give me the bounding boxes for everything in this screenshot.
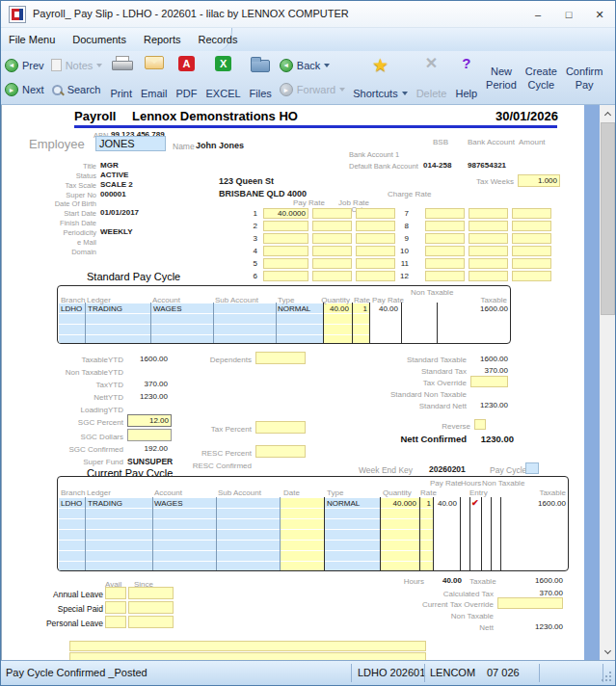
search-button[interactable]: Search (51, 84, 103, 96)
star-icon (372, 56, 388, 74)
grid-line (150, 303, 151, 344)
rate-grid-field[interactable] (512, 221, 551, 231)
rate-grid-field[interactable] (469, 221, 508, 231)
rate-row-number: 7 (384, 209, 409, 218)
rate-grid-field[interactable] (263, 246, 308, 256)
menu-file-menu[interactable]: File Menu (9, 34, 55, 45)
forward-button[interactable]: ►Forward (280, 83, 345, 96)
help-button[interactable]: Help (454, 53, 478, 102)
cur-row-quantity[interactable]: 40.000 (376, 499, 416, 508)
rate-grid-field[interactable] (312, 271, 352, 281)
pay-cycle-field[interactable] (525, 462, 539, 474)
resc-percent-field[interactable] (255, 445, 306, 458)
personal-leave-since-field[interactable] (128, 616, 174, 628)
rate-grid-field[interactable] (512, 208, 551, 219)
std-row-quantity[interactable]: 40.00 (310, 304, 349, 313)
note-field[interactable] (69, 641, 426, 651)
rate-grid-field[interactable] (312, 221, 352, 231)
std-row-branch[interactable]: LDHO (61, 304, 82, 313)
current-tax-override-field[interactable] (497, 597, 563, 609)
employee-code-input[interactable]: JONES (95, 136, 166, 151)
minimize-button[interactable]: – (522, 1, 553, 28)
rate-grid-field[interactable] (425, 258, 465, 269)
rate-grid-field[interactable] (312, 208, 352, 219)
cur-row-branch[interactable]: LDHO (61, 499, 82, 508)
special-paid-avail-field[interactable] (105, 601, 126, 614)
rate-grid-field[interactable] (469, 208, 508, 219)
rate-grid-field[interactable] (263, 271, 308, 281)
notes-button[interactable]: Notes (51, 59, 103, 71)
annual-leave-since-field[interactable] (128, 587, 174, 599)
delete-button[interactable]: Delete (415, 53, 448, 102)
maximize-button[interactable]: □ (553, 1, 584, 28)
print-button[interactable]: Print (109, 53, 133, 102)
std-row-rate[interactable]: 1 (354, 304, 367, 313)
pdf-button[interactable]: PDF (175, 53, 199, 102)
prev-button[interactable]: ◄Prev (5, 59, 44, 72)
rate-grid-field[interactable]: 40.0000 (263, 208, 308, 219)
scroll-thumb[interactable] (601, 122, 615, 315)
confirm-pay-button[interactable]: ConfirmPay (565, 53, 604, 102)
rate-grid-field[interactable] (312, 246, 352, 256)
std-row-account[interactable]: WAGES (153, 304, 181, 313)
create-cycle-button[interactable]: CreateCycle (524, 53, 558, 102)
menu-records[interactable]: Records (198, 34, 237, 45)
rate-grid-field[interactable] (512, 246, 551, 256)
rate-grid-field[interactable] (263, 258, 308, 269)
next-button[interactable]: ►Next (5, 83, 44, 96)
personal-leave-avail-field[interactable] (105, 616, 126, 628)
reverse-checkbox[interactable] (474, 419, 486, 430)
rate-grid-field[interactable] (469, 271, 508, 281)
rate-grid-field[interactable] (425, 233, 465, 244)
annual-leave-avail-field[interactable] (105, 587, 126, 599)
excel-button[interactable]: EXCEL (205, 53, 242, 102)
rate-grid-field[interactable] (312, 258, 352, 269)
rate-grid-field[interactable] (425, 208, 465, 219)
cur-row-type[interactable]: NORMAL (327, 499, 360, 508)
dependents-field[interactable] (255, 352, 306, 364)
email-button[interactable]: Email (140, 53, 169, 102)
grid-line (280, 497, 281, 571)
standard-taxable-value: 1600.00 (462, 355, 508, 363)
files-button[interactable]: Files (249, 53, 273, 102)
pay-cycle-label: Pay Cycle (490, 465, 526, 475)
grid-line (352, 303, 353, 344)
cur-row-ledger[interactable]: TRADING (88, 499, 122, 508)
scroll-up-button[interactable] (600, 105, 615, 121)
menu-documents[interactable]: Documents (72, 34, 126, 45)
default-bank-account-label: Default Bank Account (349, 162, 418, 171)
cur-row-account[interactable]: WAGES (154, 499, 182, 508)
rate-grid-field[interactable] (512, 233, 551, 244)
rate-grid-field[interactable] (512, 271, 551, 281)
rate-grid-field[interactable] (512, 258, 551, 269)
sgc-dollars-field[interactable] (127, 429, 172, 441)
rate-grid-field[interactable] (312, 233, 352, 244)
entry-check-icon[interactable]: ✔ (471, 498, 479, 508)
rate-grid-field[interactable] (425, 246, 465, 256)
rate-grid-field[interactable] (263, 233, 308, 244)
sgc-percent-field[interactable]: 12.00 (127, 414, 172, 427)
rate-grid-field[interactable] (469, 233, 508, 244)
resize-grip[interactable] (609, 679, 611, 681)
special-paid-since-field[interactable] (128, 601, 174, 614)
rate-grid-field[interactable] (425, 271, 465, 281)
vertical-scrollbar[interactable] (600, 105, 615, 660)
note-field[interactable] (69, 652, 426, 660)
back-button[interactable]: ◄Back (280, 59, 345, 72)
rate-grid-field[interactable] (425, 221, 465, 231)
bsb-value: 014-258 (423, 161, 451, 170)
menu-reports[interactable]: Reports (144, 34, 181, 45)
new-period-button[interactable]: NewPeriod (485, 53, 518, 102)
grid-line (481, 497, 482, 571)
rate-grid-field[interactable] (469, 246, 508, 256)
scroll-down-button[interactable] (600, 644, 615, 660)
rate-grid-field[interactable] (469, 258, 508, 269)
tax-weeks-field[interactable]: 1.000 (518, 174, 560, 187)
std-row-ledger[interactable]: TRADING (88, 304, 122, 313)
close-button[interactable]: ✕ (584, 1, 615, 28)
rate-grid-field[interactable] (263, 221, 308, 231)
shortcuts-button[interactable]: Shortcuts (352, 53, 408, 102)
std-row-type[interactable]: NORMAL (278, 304, 310, 313)
tax-override-field[interactable] (470, 376, 508, 387)
tax-percent-field[interactable] (255, 421, 306, 434)
